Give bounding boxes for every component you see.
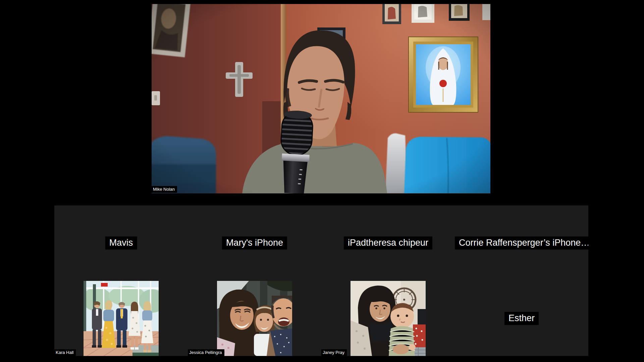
participant-tile-mavis[interactable]: Mavis: [54, 205, 188, 281]
main-video-tile[interactable]: Mike Nolan: [152, 4, 490, 193]
participant-name-label: Mavis: [105, 237, 137, 250]
jessica-pellingra-profile-photo: [217, 281, 292, 356]
participant-tile-jessica-pellingra[interactable]: Jessica Pellingra: [188, 281, 321, 356]
participant-name-label: Mike Nolan: [152, 186, 177, 193]
kara-hall-profile-photo: [84, 281, 159, 356]
participant-name-label: Jessica Pellingra: [188, 349, 224, 356]
vignette: [152, 4, 490, 193]
participant-tile-corrie-raffensperger[interactable]: Corrie Raffensperger’s iPhone…: [455, 205, 588, 281]
participant-tile-kara-hall[interactable]: Kara Hall: [54, 281, 188, 356]
participant-name-label: Esther: [504, 312, 539, 325]
participant-tile-esther[interactable]: Esther: [455, 281, 588, 356]
participant-name-label: iPadtheresa chipeur: [344, 237, 432, 250]
participant-tile-ipadtheresa-chipeur[interactable]: iPadtheresa chipeur: [321, 205, 455, 281]
participant-name-label: Janey Pray: [321, 349, 347, 356]
participants-gallery: Mavis Mary's iPhone iPadtheresa chipeur …: [54, 205, 588, 356]
janey-pray-profile-photo: [351, 281, 426, 356]
participant-name-label: Kara Hall: [54, 349, 76, 356]
mike-nolan-video-scene: [152, 4, 490, 193]
participant-name-label: Corrie Raffensperger’s iPhone…: [455, 237, 588, 250]
participant-tile-janey-pray[interactable]: Janey Pray: [321, 281, 455, 356]
participant-name-label: Mary's iPhone: [222, 237, 287, 250]
participant-tile-marys-iphone[interactable]: Mary's iPhone: [188, 205, 321, 281]
